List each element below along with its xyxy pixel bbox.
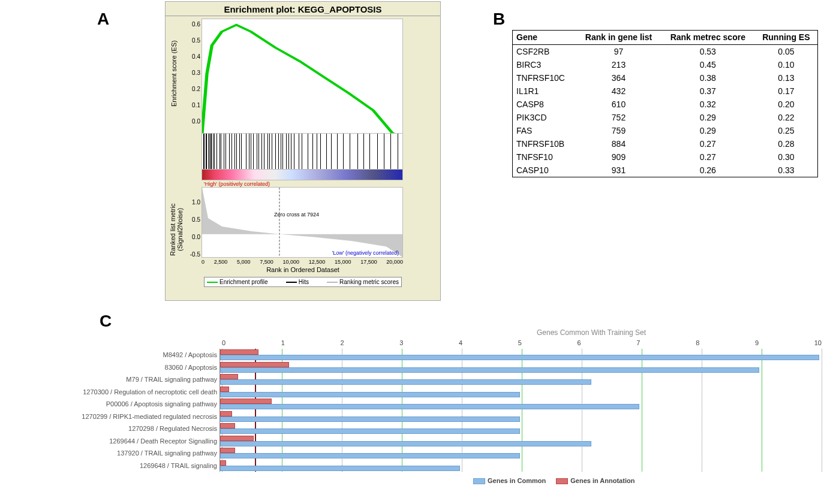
table-cell: 97 [576, 45, 661, 59]
bar-blue [220, 355, 819, 360]
bar-pair [219, 422, 819, 435]
low-label: 'Low' (negatively correlated) [332, 250, 399, 256]
panel-label-a: A [97, 10, 109, 29]
table-cell: 0.27 [661, 137, 755, 150]
legend-red: Genes in Annotation [570, 477, 634, 484]
table-header: Rank in gene list [576, 31, 661, 45]
bar-row: P00006 / Apoptosis signaling pathway [57, 398, 822, 411]
table-cell: 0.33 [755, 164, 817, 177]
table-cell: 0.25 [755, 124, 817, 137]
bar-blue [220, 466, 460, 471]
metric-axis-label: Ranked list metric (Signal2Noise) [169, 185, 178, 274]
es-plot [202, 19, 403, 134]
table-row: CASP109310.260.33 [513, 164, 817, 177]
bar-pair [219, 398, 819, 411]
table-row: FAS7590.290.25 [513, 124, 817, 137]
bar-pair [219, 373, 819, 386]
table-cell: 432 [576, 84, 661, 98]
bar-pair [219, 361, 819, 374]
table-header: Running ES [755, 31, 817, 45]
table-cell: PIK3CD [513, 111, 576, 124]
bar-red [220, 387, 229, 392]
bar-rows: M8492 / Apoptosis 83060 / Apoptosis M79 … [57, 349, 822, 472]
table-cell: 0.10 [755, 58, 817, 71]
table-cell: CSF2RB [513, 45, 576, 59]
table-cell: 213 [576, 58, 661, 71]
table-cell: 0.30 [755, 150, 817, 164]
legend-profile: Enrichment profile [219, 279, 268, 285]
table-cell: 0.22 [755, 111, 817, 124]
table-cell: TNFRSF10B [513, 137, 576, 150]
bar-pair [219, 435, 819, 448]
swatch-blue [473, 478, 485, 484]
table-cell: 909 [576, 150, 661, 164]
table-cell: 884 [576, 137, 661, 150]
table-cell: TNFRSF10C [513, 71, 576, 84]
legend-metric: Ranking metric scores [339, 279, 399, 285]
table-cell: 0.26 [661, 164, 755, 177]
rank-gradient [202, 170, 403, 180]
bar-red [220, 448, 235, 453]
bar-blue [220, 367, 759, 373]
table-cell: 0.37 [661, 84, 755, 98]
table-header: Gene [513, 31, 576, 45]
bar-pair [219, 411, 819, 423]
bar-blue [220, 404, 639, 409]
bar-pair [219, 447, 819, 460]
bar-label: 1269644 / Death Receptor Signalling [57, 437, 219, 445]
legend-blue: Genes in Common [488, 477, 546, 484]
table-cell: FAS [513, 124, 576, 137]
bar-row: M79 / TRAIL signaling pathway [57, 373, 822, 386]
bar-label: P00006 / Apoptosis signaling pathway [57, 400, 219, 408]
legend-hits: Hits [299, 279, 309, 285]
ranked-metric-plot: Zero cross at 7924 'Low' (negatively cor… [202, 187, 403, 258]
bar-row: 137920 / TRAIL signaling pathway [57, 447, 822, 460]
table-cell: 0.29 [661, 111, 755, 124]
bar-label: 1270300 / Regulation of necroptotic cell… [57, 388, 219, 396]
bar-blue [220, 379, 591, 385]
table-cell: 759 [576, 124, 661, 137]
bar-red [220, 460, 226, 466]
bar-label: 1270298 / Regulated Necrosis [57, 425, 219, 432]
bar-label: 137920 / TRAIL signaling pathway [57, 449, 219, 457]
table-cell: 0.05 [755, 45, 817, 59]
bar-red [220, 411, 232, 417]
table-row: PIK3CD7520.290.22 [513, 111, 817, 124]
metric-curve [202, 188, 402, 257]
table-row: CSF2RB970.530.05 [513, 45, 817, 59]
table-cell: CASP8 [513, 98, 576, 111]
bar-red [220, 374, 238, 379]
swatch-red [556, 478, 568, 484]
bar-axis-title: Genes Common With Training Set [537, 328, 646, 337]
table-cell: TNFSF10 [513, 150, 576, 164]
table-cell: 0.38 [661, 71, 755, 84]
table-cell: 752 [576, 111, 661, 124]
table-row: TNFSF109090.270.30 [513, 150, 817, 164]
table-row: BIRC32130.450.10 [513, 58, 817, 71]
table-cell: 364 [576, 71, 661, 84]
bar-red [220, 399, 272, 404]
bar-label: 83060 / Apoptosis [57, 364, 219, 371]
table-cell: 0.27 [661, 150, 755, 164]
bar-red [220, 362, 289, 367]
table-row: TNFRSF10B8840.270.28 [513, 137, 817, 150]
gsea-enrichment-plot: Enrichment plot: KEGG_APOPTOSIS Enrichme… [165, 1, 441, 301]
bar-row: M8492 / Apoptosis [57, 349, 822, 361]
table-cell: 0.28 [755, 137, 817, 150]
xaxis-ticks: 02,5005,0007,50010,00012,50015,00017,500… [202, 259, 403, 265]
bar-label: M8492 / Apoptosis [57, 351, 219, 358]
table-header: Rank metrec score [661, 31, 755, 45]
bar-blue [220, 453, 520, 458]
es-axis-ticks: 0.60.50.40.30.20.10.0 [188, 16, 200, 129]
bar-axis-ticks: 012345678910 [222, 339, 822, 346]
table-cell: 0.17 [755, 84, 817, 98]
gene-table: GeneRank in gene listRank metrec scoreRu… [512, 30, 818, 177]
bar-pair [219, 349, 819, 361]
panel-label-b: B [493, 10, 505, 29]
bar-red [220, 423, 235, 428]
table-row: TNFRSF10C3640.380.13 [513, 71, 817, 84]
bar-row: 1270299 / RIPK1-mediated regulated necro… [57, 411, 822, 423]
enrichment-curve [202, 19, 402, 133]
table-row: IL1R14320.370.17 [513, 84, 817, 98]
bar-pair [219, 460, 819, 472]
